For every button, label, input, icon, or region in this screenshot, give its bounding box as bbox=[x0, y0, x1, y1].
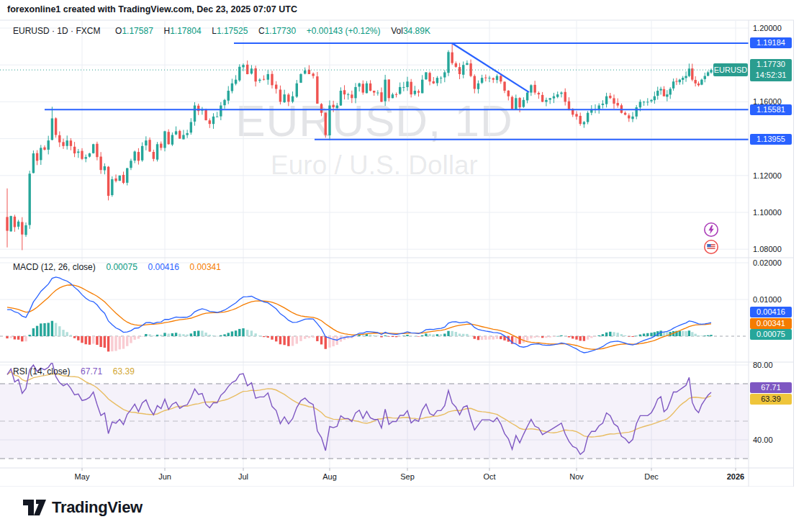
footer: TradingView bbox=[0, 487, 804, 532]
time-axis-label: 2026 bbox=[720, 472, 751, 481]
bar-countdown: 14:52:31 bbox=[750, 70, 792, 81]
rsi-title: RSI bbox=[13, 366, 27, 377]
macd-signal-badge: 0.00341 bbox=[750, 318, 792, 329]
last-price-symbol-badge: EURUSD bbox=[713, 63, 748, 76]
macd-plot bbox=[6, 277, 712, 353]
rsi-ma-badge: 63.39 bbox=[750, 394, 792, 405]
level-price-badge: 1.15581 bbox=[750, 104, 792, 115]
close-label: C bbox=[258, 26, 265, 36]
rsi-value-badge: 67.71 bbox=[750, 382, 792, 393]
price-axis-label: 1.12000 bbox=[753, 171, 782, 181]
candles bbox=[6, 43, 712, 251]
rsi-params: (14, close) bbox=[30, 366, 70, 377]
legend-exchange: FXCM bbox=[76, 26, 100, 36]
macd-signal-value: 0.00341 bbox=[190, 262, 221, 272]
level-price-badge: 1.19184 bbox=[750, 37, 792, 48]
tradingview-wordmark[interactable]: TradingView bbox=[52, 498, 143, 517]
open-value: 1.17587 bbox=[122, 26, 153, 36]
time-axis-label: Jul bbox=[227, 472, 259, 481]
macd-params: (12, 26, close) bbox=[41, 262, 96, 272]
price-axis-label: 1.08000 bbox=[753, 244, 782, 254]
close-value: 1.17730 bbox=[265, 26, 296, 36]
time-axis-label: Nov bbox=[561, 472, 592, 481]
macd-legend[interactable]: MACD (12, 26, close) 0.00075 0.00416 0.0… bbox=[13, 262, 221, 272]
time-axis-label: Dec bbox=[636, 472, 667, 481]
level-price-badge: 1.13955 bbox=[750, 134, 792, 145]
macd-value-badge: 0.00416 bbox=[750, 307, 792, 317]
change-value: +0.00143 (+0.12%) bbox=[307, 26, 381, 36]
macd-axis-label: 0.02000 bbox=[753, 258, 782, 268]
rsi-legend[interactable]: RSI (14, close) 67.71 63.39 bbox=[13, 366, 135, 377]
macd-hist-value: 0.00075 bbox=[106, 262, 137, 272]
tradingview-logo-icon[interactable] bbox=[22, 498, 48, 517]
time-axis-label: Aug bbox=[314, 472, 345, 481]
price-axis-label: 1.20000 bbox=[753, 23, 782, 33]
rsi-value: 67.71 bbox=[81, 366, 102, 377]
legend-interval: 1D bbox=[57, 26, 68, 36]
last-price-value: 1.17730 bbox=[750, 59, 792, 70]
low-value: 1.17525 bbox=[217, 26, 248, 36]
symbol-legend[interactable]: EURUSD · 1D · FXCM O1.17587 H1.17804 L1.… bbox=[13, 26, 430, 36]
volume-label: Vol bbox=[391, 26, 403, 36]
volume-value: 34.89K bbox=[403, 26, 430, 36]
macd-axis-label: 0.01000 bbox=[753, 294, 782, 305]
time-axis-label: May bbox=[66, 472, 98, 481]
macd-line-value: 0.00416 bbox=[148, 262, 179, 272]
us-flag-event-icon[interactable] bbox=[703, 239, 719, 255]
high-value: 1.17804 bbox=[170, 26, 201, 36]
last-price-badge: 1.17730 14:52:31 bbox=[750, 59, 792, 81]
time-axis-label: Oct bbox=[474, 472, 505, 481]
macd-hist-badge: 0.00075 bbox=[750, 329, 792, 340]
legend-symbol: EURUSD bbox=[13, 26, 50, 36]
rsi-axis-label: 40.00 bbox=[753, 435, 773, 445]
economic-event-lightning-icon[interactable] bbox=[703, 222, 719, 238]
rsi-axis-label: 80.00 bbox=[753, 360, 773, 370]
drawings[interactable] bbox=[45, 43, 749, 140]
macd-title: MACD bbox=[13, 262, 38, 272]
price-axis-label: 1.10000 bbox=[753, 207, 782, 217]
time-axis-label: Jun bbox=[149, 472, 181, 481]
tradingview-chart-page: forexonline1 created with TradingView.co… bbox=[0, 0, 804, 532]
low-label: L bbox=[212, 26, 217, 36]
time-axis-label: Sep bbox=[392, 472, 423, 481]
rsi-ma-value: 63.39 bbox=[113, 366, 135, 377]
high-label: H bbox=[164, 26, 171, 36]
